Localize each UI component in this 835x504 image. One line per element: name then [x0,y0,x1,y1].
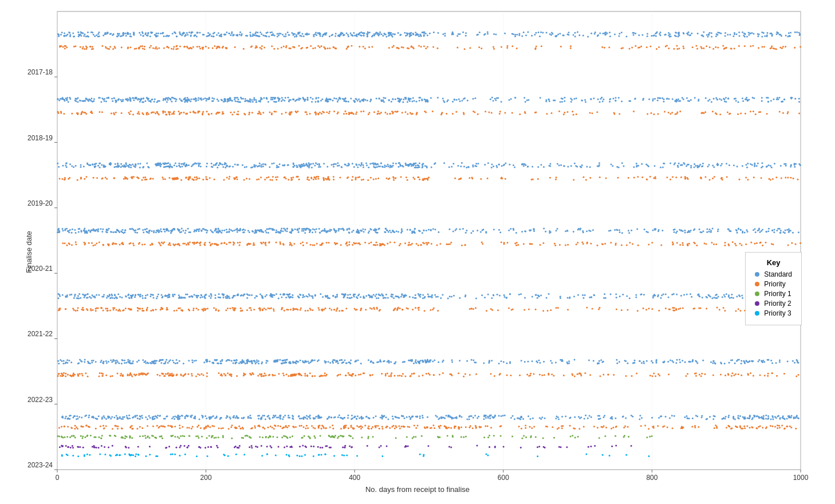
legend-item: Priority 3 [755,309,792,317]
x-axis-label: No. days from receipt to finalise [365,485,470,494]
y-axis-label: Finalise date [25,231,33,273]
legend-title: Key [755,258,792,267]
legend-item: Priority 2 [755,300,792,308]
legend-item: Priority [755,280,792,288]
legend-item: Priority 1 [755,290,792,298]
chart-container: Finalise date No. days from receipt to f… [0,0,835,504]
legend-box: Key StandardPriorityPriority 1Priority 2… [745,252,802,325]
legend-item: Standard [755,270,792,278]
